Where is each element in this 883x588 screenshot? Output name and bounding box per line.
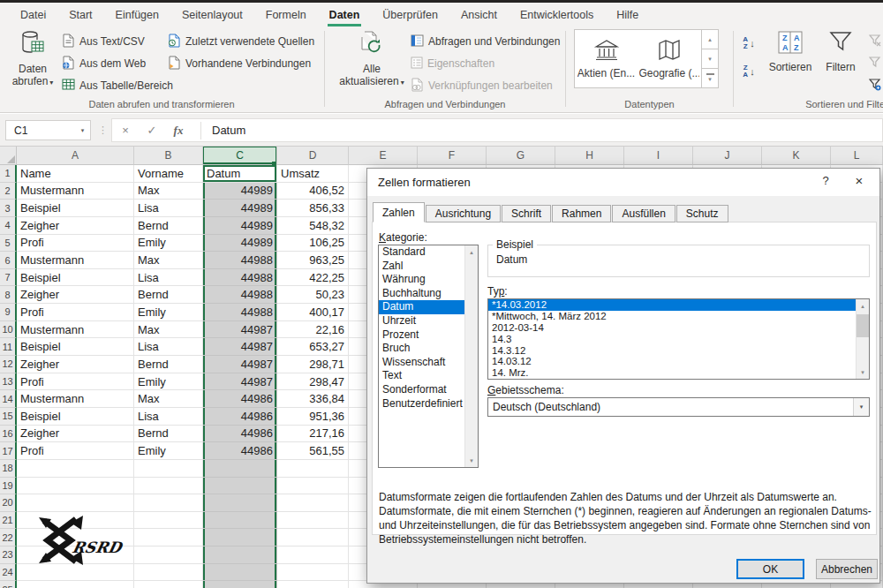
row-header-11[interactable]: 11	[0, 338, 17, 356]
cell-B3[interactable]: Lisa	[134, 200, 203, 217]
cell-C17[interactable]: 44986	[203, 442, 277, 460]
cell-C16[interactable]: 44986	[203, 426, 277, 443]
cell-B2[interactable]: Max	[134, 183, 203, 200]
formula-bar-grip[interactable]: ⋮	[98, 124, 108, 136]
sort-ascending-button[interactable]: AZ↓	[736, 32, 761, 55]
cell-B4[interactable]: Bernd	[134, 217, 203, 235]
row-header-14[interactable]: 14	[0, 390, 17, 408]
column-header-I[interactable]: I	[624, 147, 693, 165]
cell-C23[interactable]	[203, 547, 277, 564]
type-item[interactable]: *Mittwoch, 14. März 2012	[488, 311, 856, 322]
category-scrollbar[interactable]: ▴ ▾	[464, 245, 478, 467]
cell-D8[interactable]: 50,23	[277, 286, 349, 304]
row-header-25[interactable]: 25	[0, 581, 17, 588]
existing-connections-button[interactable]: Vorhandene Verbindungen	[168, 54, 311, 73]
row-header-7[interactable]: 7	[0, 269, 17, 287]
cell-A3[interactable]: Beispiel	[17, 200, 134, 217]
edit-links-button[interactable]: Verknüpfungen bearbeiten	[411, 76, 553, 95]
cell-B14[interactable]: Max	[134, 390, 203, 408]
column-header-C[interactable]: C	[203, 147, 277, 165]
filter-reapply-button[interactable]: Erneut anwenden	[869, 54, 883, 73]
cell-D20[interactable]	[277, 494, 349, 512]
properties-button[interactable]: Eigenschaften	[411, 54, 494, 73]
category-item[interactable]: Währung	[379, 273, 464, 287]
column-header-B[interactable]: B	[134, 147, 203, 165]
type-item[interactable]: 14.3.12	[488, 345, 856, 357]
cell-C21[interactable]	[203, 512, 277, 530]
scroll-up-icon[interactable]: ▴	[465, 245, 478, 259]
ribbon-tab-daten[interactable]: Daten	[318, 4, 372, 26]
from-table-range-button[interactable]: Aus Tabelle/Bereich	[62, 76, 173, 95]
ribbon-tab-seitenlayout[interactable]: Seitenlayout	[170, 4, 254, 26]
cell-C6[interactable]: 44988	[203, 252, 277, 269]
category-listbox[interactable]: StandardZahlWährungBuchhaltungDatumUhrze…	[378, 245, 479, 468]
cell-D3[interactable]: 856,33	[277, 200, 349, 217]
dialog-tab-schrift[interactable]: Schrift	[502, 205, 551, 222]
cell-C22[interactable]	[203, 529, 277, 547]
cell-C14[interactable]: 44986	[203, 390, 277, 408]
category-item[interactable]: Text	[379, 369, 464, 383]
cell-B7[interactable]: Lisa	[134, 269, 203, 287]
type-item[interactable]: 2012-03-14	[488, 322, 856, 334]
row-header-1[interactable]: 1	[0, 165, 17, 183]
cell-C3[interactable]: 44989	[203, 200, 277, 217]
cell-C15[interactable]: 44986	[203, 408, 277, 426]
dialog-tab-ausrichtung[interactable]: Ausrichtung	[426, 205, 501, 222]
row-header-20[interactable]: 20	[0, 494, 17, 512]
cell-D22[interactable]	[277, 529, 349, 547]
cell-D7[interactable]: 422,25	[277, 269, 349, 287]
ribbon-tab-formeln[interactable]: Formeln	[254, 4, 318, 26]
cell-D17[interactable]: 561,55	[277, 442, 349, 460]
scroll-down-icon[interactable]: ▾	[465, 454, 478, 467]
cell-C19[interactable]	[203, 478, 277, 495]
cell-B16[interactable]: Bernd	[134, 426, 203, 443]
cell-C10[interactable]: 44987	[203, 321, 277, 339]
row-header-16[interactable]: 16	[0, 426, 17, 443]
dialog-tab-zahlen[interactable]: Zahlen	[373, 202, 425, 222]
category-item[interactable]: Wissenschaft	[379, 356, 464, 370]
cell-B8[interactable]: Bernd	[134, 286, 203, 304]
cell-C25[interactable]	[203, 581, 277, 588]
cell-B10[interactable]: Max	[134, 321, 203, 339]
cell-C18[interactable]	[203, 460, 277, 478]
ribbon-tab-hilfe[interactable]: Hilfe	[605, 4, 650, 26]
cell-B15[interactable]: Lisa	[134, 408, 203, 426]
cell-B25[interactable]	[134, 581, 203, 588]
row-header-3[interactable]: 3	[0, 200, 17, 217]
cell-D13[interactable]: 298,47	[277, 373, 349, 391]
geography-data-type[interactable]: Geografie (...	[638, 30, 700, 87]
category-item[interactable]: Benutzerdefiniert	[379, 397, 464, 411]
gallery-down-button[interactable]: ▾	[702, 49, 718, 69]
cell-D12[interactable]: 298,71	[277, 356, 349, 373]
cell-B13[interactable]: Emily	[134, 373, 203, 391]
cell-C13[interactable]: 44987	[203, 373, 277, 391]
scroll-thumb[interactable]	[857, 314, 869, 337]
row-header-9[interactable]: 9	[0, 304, 17, 321]
cell-A7[interactable]: Beispiel	[17, 269, 134, 287]
select-all-corner[interactable]	[0, 147, 17, 165]
cell-D4[interactable]: 548,32	[277, 217, 349, 235]
name-box[interactable]: C1 ▾	[5, 120, 91, 140]
column-header-K[interactable]: K	[762, 147, 831, 165]
cell-A12[interactable]: Zeigher	[17, 356, 134, 373]
cell-B18[interactable]	[134, 460, 203, 478]
dropdown-arrow-icon[interactable]: ▾	[853, 398, 869, 416]
ok-button[interactable]: OK	[736, 559, 804, 579]
recent-sources-button[interactable]: Zuletzt verwendete Quellen	[168, 32, 314, 51]
scroll-track[interactable]	[857, 313, 869, 366]
confirm-entry-icon[interactable]: ✓	[139, 124, 165, 137]
type-scrollbar[interactable]: ▴ ▾	[856, 299, 869, 379]
type-item[interactable]: 14.3	[488, 334, 856, 345]
ribbon-tab-ansicht[interactable]: Ansicht	[449, 4, 509, 26]
category-item[interactable]: Datum	[379, 300, 464, 314]
cell-D6[interactable]: 963,25	[277, 252, 349, 269]
locale-dropdown[interactable]: Deutsch (Deutschland) ▾	[487, 397, 870, 417]
column-header-G[interactable]: G	[487, 147, 555, 165]
cell-D2[interactable]: 406,52	[277, 183, 349, 200]
cell-C8[interactable]: 44988	[203, 286, 277, 304]
row-header-18[interactable]: 18	[0, 460, 17, 478]
cell-C20[interactable]	[203, 494, 277, 512]
cell-D24[interactable]	[277, 564, 349, 582]
ribbon-tab-entwicklertools[interactable]: Entwicklertools	[509, 4, 605, 26]
row-header-17[interactable]: 17	[0, 442, 17, 460]
